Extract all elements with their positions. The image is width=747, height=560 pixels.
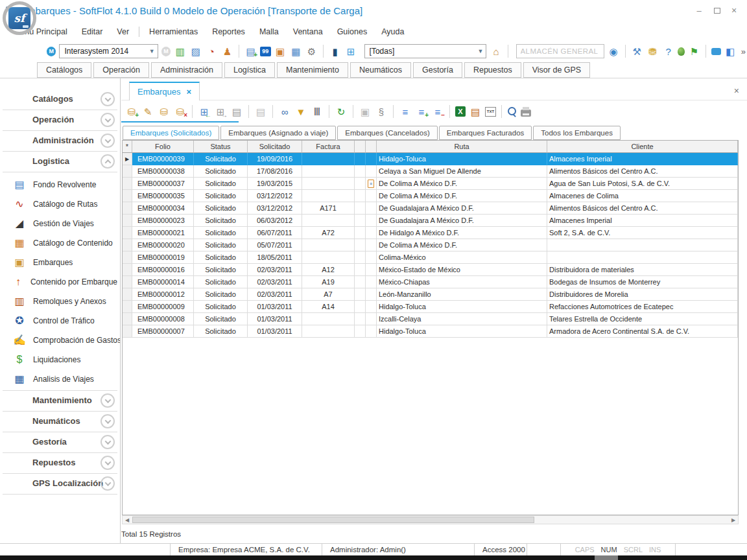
- table-row[interactable]: EMB00000035Solicitado03/12/2012De Colima…: [123, 190, 738, 202]
- grid-column-header-cliente[interactable]: Cliente: [547, 141, 738, 153]
- expand-arrow-icon[interactable]: [101, 393, 115, 408]
- scrollbar-thumb[interactable]: [132, 517, 534, 523]
- table-icon[interactable]: ▦: [290, 45, 302, 58]
- subtab-todos-los-embarques[interactable]: Todos los Embarques: [533, 126, 621, 140]
- table-row[interactable]: EMB00000038Solicitado17/08/2016Celaya a …: [123, 165, 738, 178]
- menu-item-ver[interactable]: Ver: [110, 25, 136, 38]
- expand-arrow-icon[interactable]: [101, 476, 115, 491]
- sidebar-section-repuestos[interactable]: Repuestos: [3, 453, 117, 474]
- badge-99-icon[interactable]: 99: [260, 47, 270, 56]
- sidebar-item-control-de-trafico[interactable]: ✪Control de Tráfico: [3, 311, 117, 331]
- profile-combobox[interactable]: Interasystem 2014▼: [59, 44, 158, 58]
- expand-arrow-icon[interactable]: [101, 92, 115, 106]
- export-excel-icon[interactable]: X: [455, 106, 466, 117]
- subtab-embarques-solicitados[interactable]: Embarques (Solicitados): [123, 126, 219, 140]
- minimize-button[interactable]: –: [691, 4, 707, 17]
- new-note-icon[interactable]: ▤+: [244, 45, 257, 58]
- subtab-embarques-cancelados[interactable]: Embarques (Cancelados): [337, 126, 437, 140]
- sidebar-item-catalogo-de-rutas[interactable]: ∿Catálogo de Rutas: [3, 194, 117, 214]
- table-row[interactable]: EMB00000034Solicitado03/12/2012A171De Gu…: [123, 202, 738, 215]
- tab-close-icon[interactable]: ×: [186, 87, 191, 97]
- table-row[interactable]: EMB00000021Solicitado06/07/2011A72De Hid…: [123, 227, 738, 239]
- grid-column-header-[interactable]: *: [123, 141, 132, 153]
- table-row[interactable]: EMB00000012Solicitado02/03/2011A7León-Ma…: [123, 288, 738, 301]
- picture-icon[interactable]: ▨: [189, 45, 202, 58]
- import-records-icon[interactable]: ⊞←: [198, 105, 211, 118]
- menu-item-reportes[interactable]: Reportes: [205, 25, 252, 38]
- grid-column-header-solicitado[interactable]: Solicitado: [248, 141, 302, 153]
- globe-icon[interactable]: ◉: [608, 45, 620, 58]
- coins-icon[interactable]: ⛃: [646, 45, 659, 58]
- expand-arrow-icon[interactable]: [101, 134, 115, 148]
- module-tab-visor-de-gps[interactable]: Visor de GPS: [523, 62, 591, 78]
- horizontal-scrollbar[interactable]: ◀ ▶: [122, 515, 739, 524]
- collapse-arrow-icon[interactable]: [101, 154, 115, 169]
- sidebar-section-gestoria[interactable]: Gestoría: [3, 432, 117, 453]
- menu-item-herramientas[interactable]: Herramientas: [142, 25, 205, 38]
- chat-bubble-icon[interactable]: [711, 48, 720, 55]
- tab-embarques[interactable]: Embarques ×: [129, 82, 200, 100]
- table-row[interactable]: ▶EMB00000039Solicitado19/09/2016Hidalgo-…: [123, 153, 738, 165]
- subtab-embarques-asignado-a-viaje[interactable]: Embarques (Asignado a viaje): [220, 126, 336, 140]
- table-row[interactable]: EMB00000020Solicitado05/07/2011De Colima…: [123, 239, 738, 251]
- records-db-icon[interactable]: ⛁: [158, 105, 171, 118]
- module-tab-operacion[interactable]: Operación: [93, 62, 149, 78]
- document-icon[interactable]: ▤: [230, 105, 243, 118]
- filter-funnel-icon[interactable]: ▼: [294, 105, 307, 118]
- sidebar-section-administracion[interactable]: Administración: [3, 131, 117, 152]
- table-row[interactable]: EMB00000023Solicitado06/03/2012De Guadal…: [123, 215, 738, 227]
- subtab-embarques-facturados[interactable]: Embarques Facturados: [439, 126, 532, 140]
- sidebar-section-catalogos[interactable]: Catálogos: [3, 89, 117, 110]
- attachment-paperclip-icon[interactable]: §: [375, 105, 388, 118]
- users-icon[interactable]: ♟: [221, 45, 233, 58]
- expand-arrow-icon[interactable]: [101, 414, 115, 428]
- table-row[interactable]: EMB00000008Solicitado01/03/2011Izcalli-C…: [123, 313, 738, 325]
- sidebar-section-mantenimiento[interactable]: Mantenimiento: [3, 391, 117, 412]
- print-preview-icon[interactable]: [507, 106, 517, 117]
- table-row[interactable]: EMB00000007Solicitado01/03/2011Hidalgo-T…: [123, 325, 738, 338]
- tree-list-icon[interactable]: ≡: [399, 105, 412, 118]
- grid-column-header-ruta[interactable]: Ruta: [377, 141, 547, 153]
- window-copy-icon[interactable]: ⊞: [344, 45, 357, 58]
- combobox-arrow-icon[interactable]: ▼: [149, 48, 155, 54]
- settings-gear-icon[interactable]: ⚙: [305, 45, 318, 58]
- menu-item-guiones[interactable]: Guiones: [330, 25, 375, 38]
- delete-record-icon[interactable]: ⛁×: [174, 105, 187, 118]
- gauge-icon[interactable]: ◔: [206, 45, 218, 58]
- scroll-right-arrow-icon[interactable]: ▶: [729, 516, 738, 524]
- home-icon[interactable]: ⌂: [490, 45, 502, 58]
- grid-column-header-blank-6[interactable]: [366, 141, 377, 153]
- menu-item-ventana[interactable]: Ventana: [286, 25, 330, 38]
- sidebar-section-gps-localizacion[interactable]: GPS Localización: [3, 474, 117, 495]
- combobox-arrow-icon[interactable]: ▼: [477, 48, 483, 54]
- clipboard-orange-icon[interactable]: ▣: [274, 45, 287, 58]
- refresh-icon[interactable]: ↻: [335, 105, 348, 118]
- sidebar-item-liquidaciones[interactable]: $Liquidaciones: [3, 350, 117, 369]
- filter-combobox[interactable]: [Todas]▼: [364, 44, 487, 58]
- module-tab-catalogos[interactable]: Catálogos: [37, 62, 91, 78]
- tree-collapse-icon[interactable]: ≡−: [431, 105, 444, 118]
- table-row[interactable]: EMB00000014Solicitado02/03/2011A19México…: [123, 276, 738, 288]
- menu-item-malla[interactable]: Malla: [252, 25, 286, 38]
- exit-door-icon[interactable]: ◧: [724, 45, 737, 58]
- export-txt-icon[interactable]: TXT: [485, 107, 496, 117]
- export-file-icon[interactable]: ▥: [174, 45, 186, 58]
- module-tab-mantenimiento[interactable]: Mantenimiento: [277, 62, 348, 78]
- module-tab-neumaticos[interactable]: Neumáticos: [350, 62, 411, 78]
- sidebar-section-neumaticos[interactable]: Neumáticos: [3, 412, 117, 432]
- notebook-icon[interactable]: ▮: [329, 45, 341, 58]
- expand-arrow-icon[interactable]: [101, 435, 115, 449]
- add-record-icon[interactable]: ⛁+: [125, 105, 138, 118]
- module-tab-logistica[interactable]: Logística: [224, 62, 275, 78]
- barcode-icon[interactable]: Ⅲ: [311, 105, 324, 118]
- expand-arrow-icon[interactable]: [101, 456, 115, 470]
- print-icon[interactable]: [521, 110, 531, 117]
- tree-expand-icon[interactable]: ≡+: [415, 105, 428, 118]
- paste-icon[interactable]: ▣: [359, 105, 372, 118]
- export-records-icon[interactable]: ⊞→: [214, 105, 227, 118]
- sidebar-item-comprobacion-de-gastos[interactable]: ✍Comprobación de Gastos: [3, 331, 117, 350]
- module-tab-gestoria[interactable]: Gestoría: [413, 62, 462, 78]
- menu-item-ayuda[interactable]: Ayuda: [374, 25, 411, 38]
- module-tab-administracion[interactable]: Administración: [151, 62, 222, 78]
- help-icon[interactable]: ?: [662, 45, 674, 58]
